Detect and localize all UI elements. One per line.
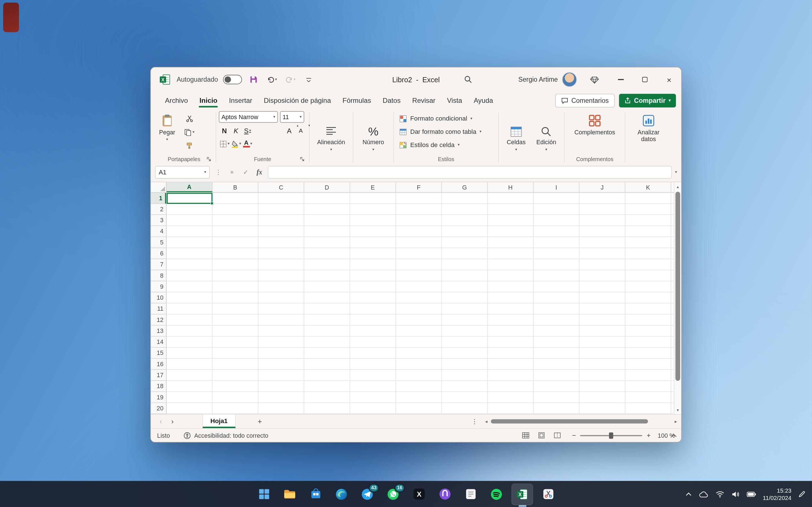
font-size-select[interactable]: 11 ▾	[280, 111, 304, 123]
row-header-2[interactable]: 2	[151, 204, 166, 215]
whatsapp-icon[interactable]: 16	[382, 483, 404, 505]
name-box[interactable]: A1 ▾	[155, 166, 210, 179]
analyze-data-button[interactable]: Analizar datos	[629, 111, 668, 143]
purple-app-icon[interactable]	[434, 483, 456, 505]
row-header-6[interactable]: 6	[151, 248, 166, 259]
save-button[interactable]	[246, 73, 260, 87]
horizontal-scroll-thumb[interactable]	[491, 419, 648, 424]
dialog-launcher-icon[interactable]	[206, 156, 212, 162]
notes-app-icon[interactable]	[460, 483, 481, 505]
select-all-corner[interactable]	[151, 182, 167, 193]
autosave-toggle[interactable]	[223, 75, 242, 84]
zoom-slider-thumb[interactable]	[609, 432, 613, 438]
avatar[interactable]	[562, 72, 577, 87]
file-explorer-icon[interactable]	[279, 483, 301, 505]
scroll-left-icon[interactable]: ◂	[485, 419, 487, 424]
column-header-H[interactable]: H	[488, 182, 534, 192]
ribbon-tab-inicio[interactable]: Inicio	[195, 94, 222, 107]
pen-input-icon[interactable]	[798, 490, 806, 498]
page-layout-view-button[interactable]	[536, 431, 547, 440]
fill-color-button[interactable]: ▾	[231, 138, 241, 150]
sheet-options-kebab-icon[interactable]: ⋮	[471, 418, 477, 425]
vertical-scroll-thumb[interactable]	[675, 192, 680, 381]
ribbon-tab-datos[interactable]: Datos	[378, 94, 405, 107]
row-header-1[interactable]: 1	[151, 193, 166, 204]
format-painter-button[interactable]	[183, 140, 196, 152]
ribbon-tab-disposicion[interactable]: Disposición de página	[259, 94, 336, 107]
snipping-tool-icon[interactable]	[538, 483, 559, 505]
vertical-scroll-track[interactable]	[674, 191, 681, 406]
minimize-button[interactable]	[608, 67, 633, 92]
column-header-J[interactable]: J	[579, 182, 625, 192]
cut-button[interactable]	[183, 112, 196, 125]
scroll-up-icon[interactable]: ▴	[677, 182, 679, 191]
cell-styles-button[interactable]: Estilos de celda ▾	[396, 138, 496, 151]
column-header-E[interactable]: E	[350, 182, 396, 192]
row-header-10[interactable]: 10	[151, 292, 166, 303]
horizontal-scrollbar[interactable]: ◂ ▸	[485, 419, 677, 424]
scroll-down-icon[interactable]: ▾	[677, 406, 679, 414]
next-sheet-icon[interactable]: ›	[167, 417, 178, 426]
row-header-7[interactable]: 7	[151, 259, 166, 270]
selected-cell[interactable]	[167, 193, 213, 204]
onedrive-cloud-icon[interactable]	[698, 491, 709, 497]
edge-browser-icon[interactable]	[331, 483, 352, 505]
row-header-18[interactable]: 18	[151, 381, 166, 392]
row-header-16[interactable]: 16	[151, 359, 166, 370]
row-header-19[interactable]: 19	[151, 392, 166, 403]
gem-icon[interactable]	[587, 73, 601, 87]
search-icon[interactable]	[461, 73, 475, 87]
column-header-I[interactable]: I	[534, 182, 580, 192]
row-header-12[interactable]: 12	[151, 314, 166, 325]
ribbon-tab-revisar[interactable]: Revisar	[407, 94, 440, 107]
row-header-17[interactable]: 17	[151, 370, 166, 381]
horizontal-scroll-track[interactable]	[490, 419, 672, 424]
formula-input[interactable]	[268, 166, 672, 179]
row-header-5[interactable]: 5	[151, 237, 166, 248]
row-header-4[interactable]: 4	[151, 226, 166, 237]
volume-icon[interactable]	[731, 491, 740, 497]
wifi-icon[interactable]	[715, 491, 724, 497]
ribbon-tab-ayuda[interactable]: Ayuda	[469, 94, 498, 107]
cancel-entry-icon[interactable]: ×	[227, 168, 237, 176]
add-sheet-button[interactable]: +	[255, 416, 265, 427]
format-as-table-button[interactable]: Dar formato como tabla ▾	[396, 125, 496, 138]
column-header-G[interactable]: G	[442, 182, 488, 192]
messenger-app-icon[interactable]: 43	[356, 483, 378, 505]
borders-button[interactable]: ▾	[219, 138, 230, 150]
alignment-button[interactable]: Alineación ▾	[317, 123, 345, 152]
number-format-button[interactable]: % Número ▾	[363, 123, 384, 152]
row-header-8[interactable]: 8	[151, 270, 166, 281]
editing-button[interactable]: Edición ▾	[536, 123, 556, 152]
share-button[interactable]: Compartir ▾	[619, 94, 676, 107]
row-header-14[interactable]: 14	[151, 337, 166, 348]
tray-chevron-up-icon[interactable]	[686, 492, 692, 496]
conditional-formatting-button[interactable]: Formato condicional ▾	[396, 112, 496, 125]
microsoft-store-icon[interactable]	[305, 483, 326, 505]
column-header-K[interactable]: K	[625, 182, 671, 192]
column-header-C[interactable]: C	[258, 182, 304, 192]
row-header-9[interactable]: 9	[151, 281, 166, 292]
quick-access-toolbar-icon[interactable]	[302, 73, 316, 87]
spotify-icon[interactable]	[486, 483, 507, 505]
close-button[interactable]: ×	[657, 67, 681, 92]
row-header-13[interactable]: 13	[151, 326, 166, 337]
cells-area[interactable]	[167, 193, 674, 414]
ribbon-tab-insertar[interactable]: Insertar	[224, 94, 257, 107]
italic-button[interactable]: K	[231, 125, 241, 136]
zoom-in-icon[interactable]: +	[647, 432, 651, 439]
maximize-button[interactable]	[633, 67, 657, 92]
collapse-ribbon-icon[interactable]	[671, 431, 677, 440]
undo-button[interactable]: ▾	[265, 73, 279, 87]
scroll-right-icon[interactable]: ▸	[675, 419, 677, 424]
page-break-view-button[interactable]	[552, 431, 562, 440]
bold-button[interactable]: N	[219, 125, 230, 136]
decrease-font-size-button[interactable]: A▾	[295, 125, 306, 136]
ribbon-tab-vista[interactable]: Vista	[442, 94, 467, 107]
confirm-entry-icon[interactable]: ✓	[241, 168, 251, 176]
accessibility-status[interactable]: Accesibilidad: todo correcto	[184, 432, 268, 439]
column-header-F[interactable]: F	[396, 182, 442, 192]
zoom-out-icon[interactable]: −	[572, 432, 576, 439]
normal-view-button[interactable]	[520, 431, 530, 440]
column-header-D[interactable]: D	[304, 182, 350, 192]
